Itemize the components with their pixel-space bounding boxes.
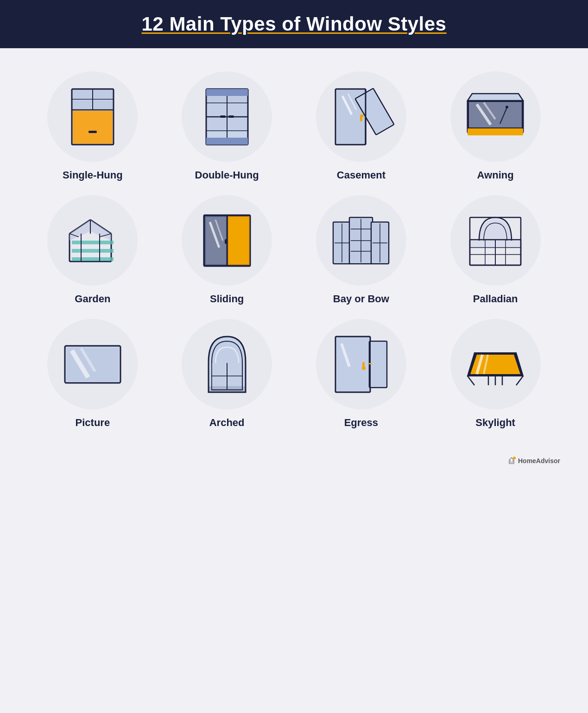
svg-rect-85 — [471, 241, 484, 247]
svg-rect-6 — [73, 100, 92, 109]
circle-egress — [316, 319, 406, 409]
window-item-arched: Arched — [162, 319, 292, 429]
footer: HomeAdvisor — [0, 452, 588, 474]
svg-rect-9 — [89, 131, 97, 133]
svg-marker-48 — [70, 220, 90, 241]
svg-line-116 — [516, 376, 523, 385]
svg-rect-64 — [225, 239, 227, 244]
window-item-double-hung: Double-Hung — [162, 71, 292, 181]
svg-rect-7 — [94, 100, 113, 109]
circle-garden — [47, 195, 138, 286]
label-bay-or-bow: Bay or Bow — [333, 293, 389, 305]
window-item-single-hung: Single-Hung — [28, 71, 158, 181]
window-item-sliding: Sliding — [162, 195, 292, 305]
window-item-awning: Awning — [430, 71, 560, 181]
label-casement: Casement — [337, 169, 386, 181]
circle-awning — [450, 71, 541, 162]
svg-rect-19 — [207, 104, 226, 116]
circle-sliding — [182, 195, 272, 286]
svg-marker-49 — [90, 220, 111, 241]
window-item-palladian: Palladian — [430, 195, 560, 305]
svg-rect-54 — [72, 249, 114, 253]
svg-rect-107 — [369, 363, 372, 364]
circle-casement — [316, 71, 406, 162]
svg-rect-11 — [206, 89, 248, 96]
window-item-bay-or-bow: Bay or Bow — [297, 195, 426, 305]
label-arched: Arched — [209, 417, 245, 429]
window-item-egress: Egress — [297, 319, 426, 429]
label-single-hung: Single-Hung — [63, 169, 123, 181]
svg-point-117 — [513, 457, 516, 459]
svg-marker-37 — [468, 94, 523, 101]
svg-rect-20 — [228, 104, 247, 116]
window-item-picture: Picture — [28, 319, 158, 429]
svg-rect-103 — [371, 343, 386, 386]
brand-name: HomeAdvisor — [518, 457, 560, 465]
label-skylight: Skylight — [475, 417, 515, 429]
circle-palladian — [450, 195, 541, 286]
svg-rect-25 — [228, 115, 234, 118]
window-item-skylight: Skylight — [430, 319, 560, 429]
label-picture: Picture — [76, 417, 110, 429]
label-sliding: Sliding — [210, 293, 244, 305]
window-item-casement: Casement — [297, 71, 426, 181]
header: 12 Main Types of Window Styles — [0, 0, 588, 48]
windows-grid: Single-Hung — [0, 48, 588, 452]
svg-rect-22 — [228, 118, 247, 130]
header-title-plain: 12 Main Types of — [142, 13, 306, 35]
svg-rect-4 — [73, 90, 92, 98]
label-awning: Awning — [477, 169, 514, 181]
circle-picture — [47, 319, 138, 409]
svg-rect-23 — [206, 138, 248, 145]
homeadvisor-logo: HomeAdvisor — [507, 457, 560, 465]
label-palladian: Palladian — [473, 293, 518, 305]
label-egress: Egress — [344, 417, 378, 429]
svg-rect-36 — [468, 128, 523, 135]
svg-rect-17 — [207, 96, 226, 102]
circle-bay-or-bow — [316, 195, 406, 286]
circle-skylight — [450, 319, 541, 409]
svg-rect-87 — [496, 241, 505, 247]
svg-point-34 — [361, 115, 364, 117]
svg-rect-86 — [486, 241, 494, 247]
circle-single-hung — [47, 71, 138, 162]
svg-rect-21 — [207, 118, 226, 130]
header-title-underlined: Window Styles — [306, 13, 447, 35]
label-double-hung: Double-Hung — [195, 169, 259, 181]
svg-point-106 — [362, 366, 366, 370]
svg-rect-5 — [94, 90, 113, 98]
circle-double-hung — [182, 71, 272, 162]
circle-arched — [182, 319, 272, 409]
svg-rect-62 — [228, 216, 249, 265]
svg-point-42 — [506, 106, 508, 108]
svg-rect-8 — [73, 111, 113, 144]
label-garden: Garden — [75, 293, 110, 305]
svg-rect-88 — [506, 241, 520, 247]
svg-rect-55 — [72, 257, 114, 261]
svg-rect-53 — [72, 241, 114, 244]
window-item-garden: Garden — [28, 195, 158, 305]
svg-rect-18 — [228, 96, 247, 102]
svg-rect-24 — [220, 115, 226, 118]
svg-rect-98 — [209, 386, 246, 392]
svg-line-115 — [468, 376, 474, 385]
